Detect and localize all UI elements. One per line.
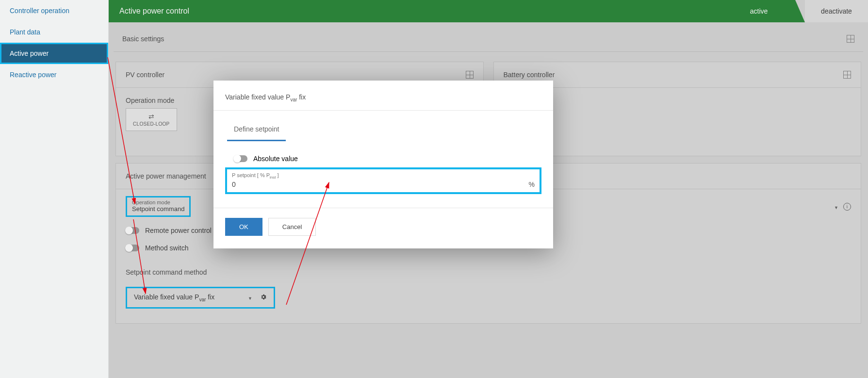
grid-icon[interactable] bbox=[843, 71, 851, 79]
sidebar-item-plant-data[interactable]: Plant data bbox=[0, 21, 108, 43]
battery-controller-title: Battery controller bbox=[504, 71, 555, 79]
sidebar: Controller operation Plant data Active p… bbox=[0, 0, 109, 378]
setpoint-method-label: Setpoint command method bbox=[126, 268, 851, 276]
p-setpoint-value: 0 bbox=[232, 181, 236, 188]
basic-settings-header: Basic settings bbox=[114, 26, 863, 52]
closed-loop-label: CLOSED-LOOP bbox=[133, 121, 170, 127]
sidebar-item-reactive-power[interactable]: Reactive power bbox=[0, 64, 108, 85]
chevron-down-icon[interactable] bbox=[834, 203, 838, 211]
absolute-value-label: Absolute value bbox=[253, 155, 298, 163]
sidebar-item-controller-operation[interactable]: Controller operation bbox=[0, 0, 108, 21]
setpoint-method-value: Variable fixed value Pvar fix bbox=[134, 293, 214, 302]
deactivate-button[interactable]: deactivate bbox=[805, 0, 868, 22]
header-bar: Active power control active deactivate bbox=[109, 0, 868, 22]
absolute-value-toggle[interactable] bbox=[234, 155, 247, 162]
pv-controller-title: PV controller bbox=[126, 71, 164, 79]
info-icon[interactable]: i bbox=[843, 203, 851, 211]
grid-icon[interactable] bbox=[466, 71, 474, 79]
chevron-down-icon[interactable] bbox=[248, 294, 252, 301]
ok-button[interactable]: OK bbox=[225, 218, 262, 236]
rpc-toggle[interactable] bbox=[126, 227, 139, 234]
method-switch-label: Method switch bbox=[145, 244, 188, 252]
basic-settings-label: Basic settings bbox=[122, 35, 164, 43]
page-title: Active power control bbox=[109, 0, 722, 22]
p-setpoint-unit: % bbox=[529, 181, 535, 188]
sidebar-item-active-power[interactable]: Active power bbox=[0, 43, 108, 64]
modal-title: Variable fixed value Pvar fix bbox=[213, 81, 553, 111]
setpoint-method-select[interactable]: Variable fixed value Pvar fix bbox=[126, 287, 275, 309]
p-setpoint-label: P setpoint [ % Pinst ] bbox=[232, 172, 535, 180]
operation-mode-small-label: Operation mode bbox=[132, 199, 184, 205]
cancel-button[interactable]: Cancel bbox=[268, 218, 316, 236]
grid-icon[interactable] bbox=[847, 35, 854, 43]
operation-mode-value: Setpoint command bbox=[132, 205, 184, 213]
p-setpoint-input[interactable]: P setpoint [ % Pinst ] 0 % bbox=[225, 167, 541, 194]
gear-icon[interactable] bbox=[260, 294, 267, 302]
operation-mode-select[interactable]: Operation mode Setpoint command bbox=[126, 196, 191, 217]
define-setpoint-modal: Variable fixed value Pvar fix Define set… bbox=[213, 81, 553, 248]
closed-loop-button[interactable]: ⇄ CLOSED-LOOP bbox=[126, 108, 177, 131]
method-switch-toggle[interactable] bbox=[126, 245, 139, 251]
loop-icon: ⇄ bbox=[148, 113, 154, 120]
status-active: active bbox=[722, 0, 795, 22]
tab-define-setpoint[interactable]: Define setpoint bbox=[227, 120, 286, 141]
